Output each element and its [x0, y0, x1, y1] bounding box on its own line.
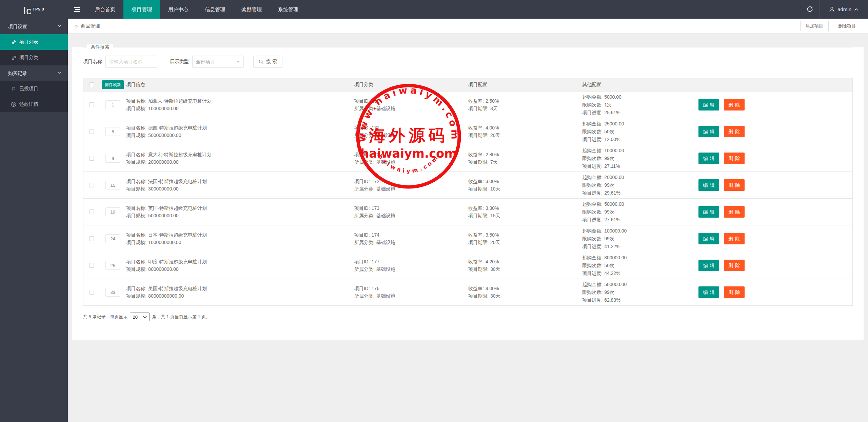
- term-label: 项目期限:: [468, 106, 489, 111]
- display-type-select[interactable]: 全部项目: [192, 56, 244, 68]
- sidebar-item-project-list[interactable]: 项目列表: [0, 34, 68, 50]
- limit-value: 50次: [604, 263, 614, 268]
- sort-order-input[interactable]: [105, 154, 120, 163]
- project-name-label: 项目名称:: [126, 286, 146, 291]
- min-amount-label: 起购金额:: [582, 228, 603, 234]
- sort-order-input[interactable]: [105, 181, 120, 189]
- top-menu-item[interactable]: 奖励管理: [233, 0, 270, 19]
- top-menu-item[interactable]: 后台首页: [87, 0, 123, 19]
- term-value: 15天: [490, 213, 500, 218]
- project-id-label: 项目ID:: [354, 152, 370, 157]
- sidebar-item-repayment-details[interactable]: $ 还款详情: [0, 97, 68, 112]
- rate-label: 收益率:: [468, 152, 484, 157]
- top-menu: 后台首页项目管理用户中心信息管理奖励管理系统管理: [87, 0, 307, 19]
- edit-button[interactable]: 编 辑: [698, 206, 719, 218]
- project-category-value: 基础设施: [376, 186, 395, 192]
- sort-order-input[interactable]: [105, 234, 120, 243]
- row-checkbox[interactable]: [89, 263, 94, 268]
- project-id-value: 173: [372, 205, 379, 211]
- sort-order-input[interactable]: [105, 100, 120, 109]
- row-checkbox[interactable]: [89, 209, 94, 214]
- delete-button[interactable]: 删 除: [724, 179, 745, 191]
- username: admin: [837, 6, 851, 12]
- top-menu-item[interactable]: 项目管理: [123, 0, 160, 19]
- sidebar-item-invested-projects[interactable]: ⚐ 已投项目: [0, 81, 68, 97]
- pagination-suffix: 条，共 1 页当前显示第 1 页。: [152, 314, 210, 320]
- row-checkbox[interactable]: [89, 236, 94, 241]
- page-size-select[interactable]: 20: [130, 313, 150, 321]
- add-project-button[interactable]: 添加项目: [800, 21, 829, 31]
- progress-label: 项目进度:: [582, 244, 603, 249]
- refresh-button[interactable]: [800, 0, 820, 19]
- project-category-value: 基础设施: [376, 159, 395, 165]
- pagination: 共 8 条记录，每页显示 20 条，共 1 页当前显示第 1 页。: [83, 313, 853, 321]
- delete-button[interactable]: 删 除: [724, 206, 745, 218]
- project-name-value: 日本-特斯拉超级充电桩计划: [148, 232, 207, 238]
- chevron-down-icon: [57, 24, 62, 27]
- select-all-checkbox[interactable]: [89, 82, 94, 87]
- search-button[interactable]: 搜 索: [253, 56, 282, 68]
- min-amount-value: 25000.00: [604, 121, 624, 126]
- project-name-input[interactable]: [105, 56, 157, 68]
- sidebar-item-project-category[interactable]: 项目分类: [0, 50, 68, 65]
- table-row: 项目名称:法国-特斯拉超级充电桩计划 项目规模:300000000.00 项目I…: [83, 172, 852, 198]
- sort-order-input[interactable]: [105, 261, 120, 270]
- limit-label: 限购次数:: [582, 289, 603, 295]
- delete-button[interactable]: 删 除: [724, 260, 745, 271]
- chevron-up-icon: [854, 8, 859, 11]
- search-legend: 条件搜索: [87, 44, 113, 50]
- hamburger-icon[interactable]: [68, 0, 87, 19]
- edit-button[interactable]: 编 辑: [698, 286, 719, 298]
- row-checkbox[interactable]: [89, 156, 94, 161]
- delete-project-button[interactable]: 删除项目: [833, 21, 861, 31]
- row-checkbox[interactable]: [89, 183, 94, 187]
- rate-label: 收益率:: [468, 125, 484, 130]
- edit-button[interactable]: 编 辑: [698, 233, 719, 244]
- term-value: 10天: [490, 186, 500, 192]
- edit-button[interactable]: 编 辑: [698, 179, 719, 191]
- sidebar-group-project-settings[interactable]: 项目设置: [0, 19, 68, 34]
- term-value: 20天: [490, 240, 500, 245]
- sidebar-group-purchase-records[interactable]: 购买记录: [0, 65, 68, 81]
- sort-order-input[interactable]: [105, 127, 120, 136]
- rate-value: 4.00%: [486, 286, 499, 291]
- sort-order-input[interactable]: [105, 207, 120, 216]
- top-menu-item[interactable]: 系统管理: [270, 0, 307, 19]
- term-label: 项目期限:: [468, 240, 489, 245]
- edit-button[interactable]: 编 辑: [698, 126, 719, 137]
- delete-button[interactable]: 删 除: [724, 99, 745, 110]
- rate-value: 3.30%: [486, 205, 499, 211]
- row-checkbox[interactable]: [89, 129, 94, 134]
- user-icon: [829, 6, 835, 12]
- progress-value: 62.83%: [604, 297, 620, 303]
- edit-button[interactable]: 编 辑: [698, 99, 719, 110]
- project-id-value: 171: [372, 125, 379, 130]
- delete-button[interactable]: 删 除: [724, 233, 745, 244]
- project-name-value: 加拿大-特斯拉超级充电桩计划: [148, 98, 212, 104]
- delete-button[interactable]: 删 除: [724, 126, 745, 137]
- delete-button[interactable]: 删 除: [724, 153, 745, 164]
- limit-label: 限购次数:: [582, 102, 603, 107]
- user-menu[interactable]: admin: [820, 0, 868, 19]
- sort-refresh-button[interactable]: 排序刷新: [102, 80, 124, 89]
- project-category-label: 所属分类:: [354, 213, 375, 218]
- project-name-value: 英国-特斯拉超级充电桩计划: [148, 205, 207, 211]
- row-checkbox[interactable]: [89, 102, 94, 107]
- delete-button[interactable]: 删 除: [724, 286, 745, 298]
- project-scale-label: 项目规模:: [126, 213, 146, 218]
- limit-label: 限购次数:: [582, 156, 603, 161]
- term-label: 项目期限:: [468, 133, 489, 138]
- edit-button[interactable]: 编 辑: [698, 260, 719, 271]
- project-name-value: 德国-特斯拉超级充电桩计划: [148, 125, 207, 130]
- top-menu-item[interactable]: 用户中心: [160, 0, 197, 19]
- row-checkbox[interactable]: [89, 290, 94, 295]
- sort-order-input[interactable]: [105, 288, 120, 297]
- top-menu-item[interactable]: 信息管理: [197, 0, 233, 19]
- min-amount-label: 起购金额:: [582, 148, 603, 153]
- term-label: 项目期限:: [468, 186, 489, 192]
- edit-button[interactable]: 编 辑: [698, 153, 719, 164]
- term-label: 项目期限:: [468, 266, 489, 272]
- project-name-value: 法国-特斯拉超级充电桩计划: [148, 179, 207, 184]
- rate-label: 收益率:: [468, 259, 484, 264]
- project-id-label: 项目ID:: [354, 205, 370, 211]
